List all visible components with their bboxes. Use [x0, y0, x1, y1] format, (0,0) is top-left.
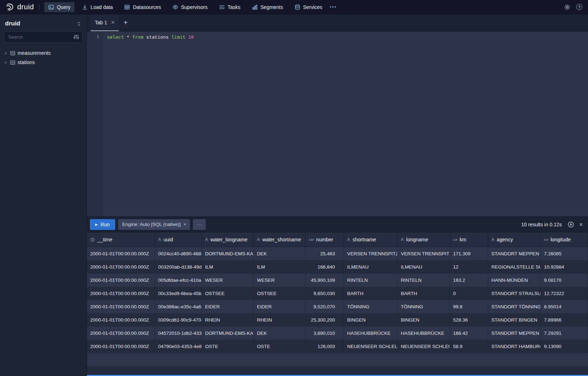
engine-select-button[interactable]: Engine: Auto [SQL (native)] ▾: [118, 219, 190, 230]
cell-shortname[interactable]: BARTH: [344, 287, 398, 300]
download-icon[interactable]: [568, 221, 574, 228]
cell-water_shortname[interactable]: OSTSEE: [254, 287, 306, 300]
cell-agency[interactable]: REGIONALSTELLE SUHL: [488, 260, 541, 274]
cell-uuid[interactable]: 04572010-1db2-4338-85: [155, 327, 202, 340]
run-button[interactable]: ▶ Run: [90, 219, 115, 230]
cell-number[interactable]: 3,690,010: [306, 327, 344, 340]
cell-agency[interactable]: STANDORT TÖNNING: [488, 300, 541, 313]
cell-longitude[interactable]: 9.08170: [541, 274, 588, 287]
cell-longitude[interactable]: 7.89966: [541, 313, 588, 327]
cell-water_shortname[interactable]: RHEIN: [254, 313, 306, 327]
cell-water_shortname[interactable]: DEK: [254, 247, 306, 260]
tree-item-measurements[interactable]: ›measurements: [0, 48, 87, 58]
cell-km[interactable]: 99.8: [450, 300, 488, 313]
query-editor[interactable]: 1 select * from stations limit 10: [87, 32, 588, 216]
search-input[interactable]: [4, 32, 82, 43]
cell-water_longname[interactable]: DORTMUND-EMS-KANA: [202, 247, 254, 260]
cell-water_shortname[interactable]: EIDER: [254, 300, 306, 313]
cell-km[interactable]: 12: [450, 260, 488, 274]
cell-km[interactable]: 58.9: [450, 340, 488, 353]
column-header-water_longname[interactable]: Awater_longname: [202, 232, 254, 247]
double-caret-vertical-icon[interactable]: [76, 21, 82, 26]
column-header-shortname[interactable]: Ashortname: [344, 232, 398, 247]
new-tab-button[interactable]: +: [119, 14, 132, 31]
settings-gear-icon[interactable]: [564, 4, 570, 10]
column-header-water_shortname[interactable]: Awater_shortname: [254, 232, 306, 247]
cell-longname[interactable]: TÖNNING: [398, 300, 450, 313]
cell-number[interactable]: 25,300,200: [306, 313, 344, 327]
cell-longitude[interactable]: 7.26085: [541, 247, 588, 260]
cell-uuid[interactable]: 003200ab-d138-49d9-aa: [155, 260, 202, 274]
cell-water_shortname[interactable]: DEK: [254, 327, 306, 340]
cell-number[interactable]: 166,640: [306, 260, 344, 274]
cell-__time[interactable]: 2000-01-01T00:00:00.000Z: [87, 327, 155, 340]
cell-number[interactable]: 25,463: [306, 247, 344, 260]
nav-item-segments[interactable]: Segments: [248, 2, 287, 12]
cell-water_longname[interactable]: OSTSEE: [202, 287, 254, 300]
more-menu-button[interactable]: •••: [330, 4, 337, 10]
cell-longname[interactable]: HASEHUBBRÜCKE: [398, 327, 450, 340]
cell-water_longname[interactable]: ILM: [202, 260, 254, 274]
cell-uuid[interactable]: 005dfdae-efcc-410a-bf1: [155, 274, 202, 287]
cell-uuid[interactable]: 04790e03-4353-4e80-be: [155, 340, 202, 353]
cell-shortname[interactable]: VERSEN TRENNSPITZE: [344, 247, 398, 260]
column-header-agency[interactable]: Aagency: [488, 232, 541, 247]
sql-code[interactable]: select * from stations limit 10: [103, 32, 588, 216]
filter-sliders-icon[interactable]: [73, 34, 79, 40]
nav-item-services[interactable]: Services: [291, 2, 326, 12]
cell-shortname[interactable]: RINTELN: [344, 274, 398, 287]
cell-water_shortname[interactable]: ILM: [254, 260, 306, 274]
cell-longitude[interactable]: 7.29291: [541, 327, 588, 340]
cell-agency[interactable]: STANDORT BINGEN: [488, 313, 541, 327]
help-icon[interactable]: ?: [576, 4, 582, 10]
column-header-longname[interactable]: Alongname: [398, 232, 450, 247]
cell-agency[interactable]: STANDORT HAMBURG: [488, 340, 541, 353]
cell-km[interactable]: 166.42: [450, 327, 488, 340]
cell-longname[interactable]: BARTH: [398, 287, 450, 300]
cell-number[interactable]: 126,003: [306, 340, 344, 353]
cell-__time[interactable]: 2000-01-01T00:00:00.000Z: [87, 287, 155, 300]
cell-longname[interactable]: NEUENSEER SCHLEUSEN: [398, 340, 450, 353]
nav-item-tasks[interactable]: Tasks: [215, 2, 244, 12]
tab-tab-1[interactable]: Tab 1 ×: [91, 14, 119, 31]
cell-water_longname[interactable]: EIDER: [202, 300, 254, 313]
cell-longname[interactable]: VERSEN TRENNSPITZE: [398, 247, 450, 260]
cell-__time[interactable]: 2000-01-01T00:00:00.000Z: [87, 260, 155, 274]
column-header-longitude[interactable]: 1.0longitude: [541, 232, 588, 247]
cell-water_longname[interactable]: WESER: [202, 274, 254, 287]
cell-number[interactable]: 9,650,030: [306, 287, 344, 300]
cell-__time[interactable]: 2000-01-01T00:00:00.000Z: [87, 300, 155, 313]
cell-uuid[interactable]: 00e386ac-e35c-4a6e-80: [155, 300, 202, 313]
cell-longitude[interactable]: 9.13090: [541, 340, 588, 353]
cell-water_longname[interactable]: DORTMUND-EMS-KANA: [202, 327, 254, 340]
cell-uuid[interactable]: 00c33ed9-6bea-45b4-87: [155, 287, 202, 300]
cell-number[interactable]: 45,900,109: [306, 274, 344, 287]
cell-uuid[interactable]: 0309cd61-90c9-470e-99: [155, 313, 202, 327]
column-header-uuid[interactable]: Auuid: [155, 232, 202, 247]
cell-shortname[interactable]: HASEHUBBRÜCKE: [344, 327, 398, 340]
cell-__time[interactable]: 2000-01-01T00:00:00.000Z: [87, 274, 155, 287]
cell-shortname[interactable]: TÖNNING: [344, 300, 398, 313]
cell-longname[interactable]: BINGEN: [398, 313, 450, 327]
chevron-right-icon[interactable]: ›: [4, 59, 8, 65]
cell-agency[interactable]: HANN-MÜNDEN: [488, 274, 541, 287]
cell-agency[interactable]: STANDORT MEPPEN: [488, 327, 541, 340]
cell-shortname[interactable]: NEUENSEER SCHLEUSEN: [344, 340, 398, 353]
chevron-right-icon[interactable]: ›: [4, 50, 8, 56]
query-more-button[interactable]: ···: [193, 219, 206, 230]
cell-km[interactable]: 163.2: [450, 274, 488, 287]
cell-__time[interactable]: 2000-01-01T00:00:00.000Z: [87, 247, 155, 260]
cell-longname[interactable]: ILMENAU: [398, 260, 450, 274]
cell-water_shortname[interactable]: OSTE: [254, 340, 306, 353]
cell-agency[interactable]: STANDORT MEPPEN: [488, 247, 541, 260]
nav-item-query[interactable]: Query: [44, 2, 74, 12]
cell-longitude[interactable]: 8.95014: [541, 300, 588, 313]
cell-agency[interactable]: STANDORT STRALSUND: [488, 287, 541, 300]
cell-longname[interactable]: RINTELN: [398, 274, 450, 287]
cell-longitude[interactable]: 10.92884: [541, 260, 588, 274]
nav-item-datasources[interactable]: Datasources: [120, 2, 165, 12]
cell-number[interactable]: 9,520,070: [306, 300, 344, 313]
cell-km[interactable]: 0: [450, 287, 488, 300]
cell-__time[interactable]: 2000-01-01T00:00:00.000Z: [87, 313, 155, 327]
cell-longitude[interactable]: 12.72322: [541, 287, 588, 300]
